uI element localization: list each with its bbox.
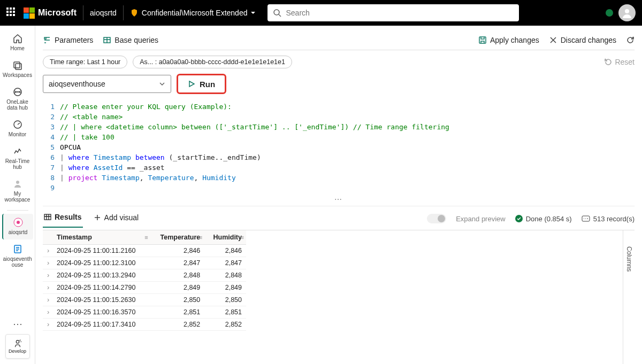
add-visual-button[interactable]: Add visual: [93, 210, 140, 227]
table-row[interactable]: ›2024-09-25 11:00:14.27902,8492,849: [43, 282, 246, 294]
nav-my-workspace[interactable]: My workspace: [2, 175, 33, 207]
sensitivity-dropdown[interactable]: Confidential\Microsoft Extended: [130, 9, 256, 17]
nav-workspaces[interactable]: Workspaces: [2, 57, 33, 82]
column-menu-icon[interactable]: ≡: [199, 234, 202, 241]
expand-row-icon[interactable]: ›: [43, 245, 52, 257]
save-icon: [478, 36, 487, 44]
run-button[interactable]: Run: [177, 74, 226, 94]
table-row[interactable]: ›2024-09-25 11:00:15.26302,8502,850: [43, 294, 246, 306]
shield-icon: [130, 9, 139, 17]
person-icon: [12, 179, 23, 189]
expand-preview-label: Expand preview: [456, 215, 506, 223]
nav-home[interactable]: Home: [2, 30, 33, 56]
cell-timestamp: 2024-09-25 11:00:16.3570: [52, 306, 150, 319]
realtime-icon: [12, 146, 23, 157]
check-icon: [515, 215, 523, 222]
results-grid[interactable]: Timestamp≡ Temperature≡ Humidity≡ ›2024-…: [43, 230, 246, 331]
counter-icon: [582, 215, 590, 222]
apply-changes-button[interactable]: Apply changes: [478, 36, 539, 44]
presence-indicator-icon: [606, 9, 613, 17]
search-box[interactable]: [268, 4, 519, 21]
workspace-name[interactable]: aioqsrtd: [90, 9, 117, 17]
expand-preview-toggle[interactable]: [427, 214, 446, 223]
cell-humidity: 2,847: [204, 257, 246, 269]
scope-dropdown[interactable]: aioqseventhouse: [43, 75, 171, 93]
cell-temperature: 2,848: [150, 269, 205, 282]
cell-humidity: 2,852: [204, 319, 246, 331]
user-avatar[interactable]: [618, 4, 636, 21]
separator: [83, 5, 83, 20]
table-row[interactable]: ›2024-09-25 11:00:11.21602,8462,846: [43, 245, 246, 257]
svg-rect-3: [16, 64, 21, 69]
reset-button[interactable]: Reset: [604, 58, 635, 66]
cell-timestamp: 2024-09-25 11:00:11.2160: [52, 245, 150, 257]
columns-panel-toggle[interactable]: Columns: [623, 230, 635, 364]
develop-button[interactable]: Develop: [5, 334, 30, 359]
cell-humidity: 2,850: [204, 294, 246, 306]
monitor-icon: [12, 119, 23, 130]
separator: [123, 5, 124, 20]
nav-recent-aioqsrtd[interactable]: aioqsrtd: [2, 214, 33, 239]
home-icon: [12, 33, 23, 44]
nav-realtime-hub[interactable]: Real-Time hub: [2, 143, 33, 174]
svg-point-0: [274, 10, 279, 15]
col-header-temperature[interactable]: Temperature≡: [150, 230, 205, 245]
col-header-timestamp[interactable]: Timestamp≡: [52, 230, 150, 245]
code-area[interactable]: // Please enter your KQL query (Example)…: [60, 102, 635, 193]
eventhouse-icon: [12, 244, 23, 254]
parameters-button[interactable]: Parameters: [43, 36, 93, 44]
expand-row-icon[interactable]: ›: [43, 294, 52, 306]
expand-row-icon[interactable]: ›: [43, 269, 52, 282]
expand-row-icon[interactable]: ›: [43, 319, 52, 331]
query-editor[interactable]: 123 456 789 // Please enter your KQL que…: [43, 102, 635, 193]
table-row[interactable]: ›2024-09-25 11:00:16.35702,8512,851: [43, 306, 246, 319]
table-row[interactable]: ›2024-09-25 11:00:17.34102,8522,852: [43, 319, 246, 331]
column-menu-icon[interactable]: ≡: [241, 234, 244, 241]
kql-queryset-icon: [13, 217, 24, 228]
brand-label: Microsoft: [38, 8, 77, 18]
query-status: Done (0.854 s): [515, 215, 572, 223]
cell-humidity: 2,849: [204, 282, 246, 294]
refresh-button[interactable]: [626, 36, 635, 44]
chevron-down-icon: [159, 81, 165, 87]
base-queries-button[interactable]: Base queries: [103, 36, 158, 44]
cell-temperature: 2,850: [150, 294, 205, 306]
col-header-humidity[interactable]: Humidity≡: [204, 230, 246, 245]
cell-temperature: 2,851: [150, 306, 205, 319]
nav-monitor[interactable]: Monitor: [2, 116, 33, 142]
expand-row-icon[interactable]: ›: [43, 306, 52, 319]
table-row[interactable]: ›2024-09-25 11:00:12.31002,8472,847: [43, 257, 246, 269]
table-row[interactable]: ›2024-09-25 11:00:13.29402,8482,848: [43, 269, 246, 282]
cell-temperature: 2,846: [150, 245, 205, 257]
play-icon: [188, 80, 195, 88]
parameters-icon: [43, 36, 51, 44]
x-icon: [549, 36, 557, 44]
sensitivity-label: Confidential\Microsoft Extended: [142, 9, 248, 17]
cell-timestamp: 2024-09-25 11:00:15.2630: [52, 294, 150, 306]
record-count: 513 record(s): [582, 215, 635, 223]
develop-icon: [13, 339, 22, 348]
left-nav-rail: Home Workspaces OneLake data hub Monitor…: [0, 26, 35, 364]
results-grid-wrap: Timestamp≡ Temperature≡ Humidity≡ ›2024-…: [43, 230, 635, 364]
filter-toolbar: Time range: Last 1 hour As... : a0a0a0a0…: [43, 50, 635, 74]
svg-point-8: [17, 221, 20, 224]
discard-changes-button[interactable]: Discard changes: [549, 36, 616, 44]
search-input[interactable]: [286, 9, 514, 17]
expand-row-icon[interactable]: ›: [43, 257, 52, 269]
app-launcher-icon[interactable]: [6, 7, 17, 18]
column-menu-icon[interactable]: ≡: [144, 234, 148, 241]
expand-row-icon[interactable]: ›: [43, 282, 52, 294]
top-toolbar: Parameters Base queries Apply changes Di…: [43, 30, 635, 50]
microsoft-logo-icon: [24, 7, 35, 19]
reset-icon: [604, 58, 613, 66]
time-range-pill[interactable]: Time range: Last 1 hour: [43, 56, 127, 68]
results-toolbar: Results Add visual Expand preview Done (…: [43, 206, 635, 228]
asset-pill[interactable]: As... : a0a0a0a0-bbbb-cccc-dddd-e1e1e1e1…: [133, 56, 292, 68]
tab-results[interactable]: Results: [43, 210, 83, 228]
nav-onelake[interactable]: OneLake data hub: [2, 83, 33, 115]
separator: [7, 210, 28, 211]
more-nav-button[interactable]: ⋯: [13, 318, 22, 330]
pane-resize-handle[interactable]: ⋯: [43, 193, 635, 206]
nav-recent-eventhouse[interactable]: aioqseventh ouse: [2, 241, 33, 272]
chevron-down-icon: [250, 10, 256, 16]
